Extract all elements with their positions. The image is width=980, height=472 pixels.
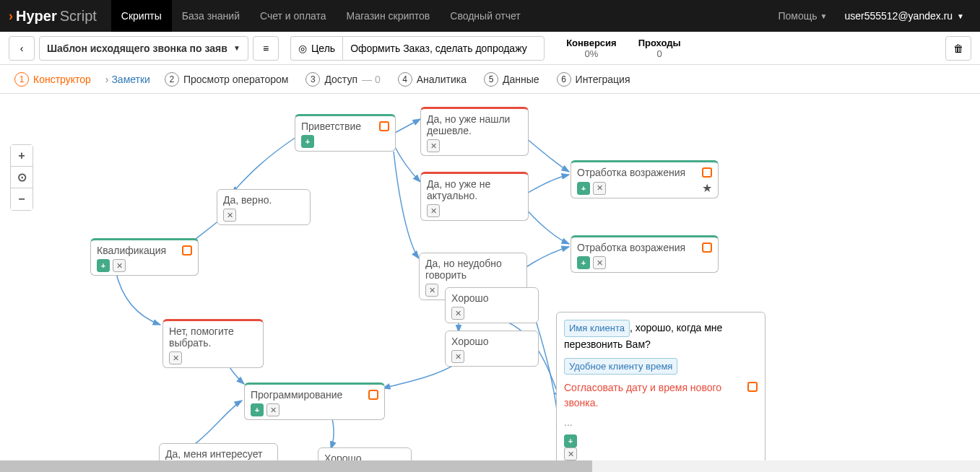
target-icon: ◎	[298, 43, 307, 54]
tab-integration[interactable]: 6Интеграция	[551, 72, 636, 87]
close-icon[interactable]: ✕	[593, 182, 606, 195]
template-select[interactable]: Шаблон исходящего звонка по заяв▼	[39, 36, 248, 61]
tag-client-name[interactable]: Имя клиента	[564, 320, 630, 337]
zoom-out-button[interactable]: −	[11, 188, 32, 210]
scrollbar-thumb[interactable]	[0, 460, 592, 472]
zoom-in-button[interactable]: +	[11, 145, 32, 167]
close-icon[interactable]: ✕	[564, 447, 577, 460]
node-found-cheaper[interactable]: Да, но уже нашли дешевле. ✕	[420, 107, 529, 156]
nav-help[interactable]: Помощь ▼	[768, 0, 837, 32]
close-icon[interactable]: ✕	[113, 259, 126, 272]
breadcrumb: › Заметки	[105, 74, 150, 85]
tab-access[interactable]: 3Доступ— 0	[300, 72, 386, 87]
hamburger-icon: ≡	[263, 43, 269, 54]
add-icon[interactable]: +	[577, 182, 590, 195]
delete-button[interactable]: 🗑	[945, 36, 971, 61]
tab-preview[interactable]: 2Просмотр оператором	[159, 72, 294, 87]
caret-down-icon: ▼	[957, 12, 964, 20]
caret-down-icon: ▼	[820, 12, 828, 20]
close-icon[interactable]: ✕	[451, 350, 464, 363]
menu-button[interactable]: ≡	[253, 36, 279, 61]
add-icon[interactable]: +	[577, 256, 590, 269]
horizontal-scrollbar[interactable]	[0, 460, 980, 472]
trash-icon: 🗑	[953, 43, 963, 54]
marker-icon	[379, 121, 389, 131]
back-button[interactable]: ‹	[9, 36, 35, 61]
zoom-center-button[interactable]: ⊙	[11, 167, 32, 188]
stat-passes: Проходы0	[638, 38, 681, 59]
nav-report[interactable]: Сводный отчет	[440, 0, 530, 32]
close-icon[interactable]: ✕	[451, 307, 464, 320]
toolbar: ‹ Шаблон исходящего звонка по заяв▼ ≡ ◎Ц…	[0, 32, 980, 65]
nav-kb[interactable]: База знаний	[172, 0, 250, 32]
goal-group: ◎Цель	[290, 36, 545, 61]
detail-more: ...	[564, 415, 758, 430]
add-icon[interactable]: +	[251, 403, 264, 416]
breadcrumb-notes[interactable]: Заметки	[111, 74, 150, 85]
add-icon[interactable]: +	[564, 434, 577, 447]
logo[interactable]: ›HyperScript	[9, 8, 97, 25]
tab-constructor[interactable]: 1Конструктор	[9, 72, 97, 87]
node-objection-2[interactable]: Отработка возражения +✕	[571, 235, 719, 273]
close-icon[interactable]: ✕	[223, 209, 236, 222]
tab-analytics[interactable]: 4Аналитика	[392, 72, 472, 87]
chevron-left-icon: ‹	[20, 43, 24, 54]
star-icon[interactable]: ★	[702, 181, 712, 195]
goal-input[interactable]	[342, 36, 545, 61]
tab-data[interactable]: 5Данные	[478, 72, 545, 87]
marker-icon	[702, 167, 712, 178]
close-icon[interactable]: ✕	[427, 204, 440, 217]
marker-icon	[702, 242, 712, 253]
marker-icon	[747, 382, 758, 392]
nav-billing[interactable]: Счет и оплата	[250, 0, 337, 32]
node-qualification[interactable]: Квалификация +✕	[90, 238, 199, 276]
node-greeting[interactable]: Приветствие +	[295, 114, 396, 152]
node-help-choose[interactable]: Нет, помогите выбрать. ✕	[162, 319, 264, 368]
nav-scripts[interactable]: Скрипты	[111, 0, 172, 32]
close-icon[interactable]: ✕	[425, 284, 438, 297]
close-icon[interactable]: ✕	[266, 403, 279, 416]
node-ok2[interactable]: Хорошо ✕	[445, 331, 539, 367]
caret-down-icon: ▼	[233, 44, 240, 52]
user-menu[interactable]: user555512@yandex.ru▼	[837, 10, 971, 22]
stats: Конверсия0% Проходы0	[566, 38, 680, 59]
goal-button[interactable]: ◎Цель	[290, 36, 342, 61]
top-nav: ›HyperScript Скрипты База знаний Счет и …	[0, 0, 980, 32]
flow-canvas[interactable]: Приветствие + Да, верно. ✕ Квалификация …	[0, 94, 980, 472]
node-objection-1[interactable]: Отработка возражения +✕★	[571, 160, 719, 198]
marker-icon	[182, 245, 192, 255]
node-detail-panel[interactable]: Имя клиента, хорошо, когда мне перезвони…	[556, 312, 766, 472]
zoom-controls: + ⊙ −	[10, 144, 33, 211]
stat-conversion: Конверсия0%	[566, 38, 617, 59]
node-ok1[interactable]: Хорошо ✕	[445, 287, 539, 323]
close-icon[interactable]: ✕	[427, 139, 440, 152]
close-icon[interactable]: ✕	[169, 351, 182, 364]
tag-convenient-time[interactable]: Удобное клиенту время	[564, 358, 677, 375]
tabs: 1Конструктор › Заметки 2Просмотр операто…	[0, 65, 980, 94]
add-icon[interactable]: +	[97, 259, 110, 272]
close-icon[interactable]: ✕	[593, 256, 606, 269]
add-icon[interactable]: +	[301, 135, 314, 148]
nav-store[interactable]: Магазин скриптов	[337, 0, 441, 32]
detail-red-text: Согласовать дату и время нового звонка.	[564, 380, 743, 411]
node-programming[interactable]: Программирование +✕	[244, 383, 385, 420]
node-not-relevant[interactable]: Да, но уже не актуально. ✕	[420, 172, 529, 221]
marker-icon	[368, 390, 378, 400]
chevron-right-icon: ›	[9, 9, 13, 24]
node-yes-correct[interactable]: Да, верно. ✕	[217, 189, 311, 225]
